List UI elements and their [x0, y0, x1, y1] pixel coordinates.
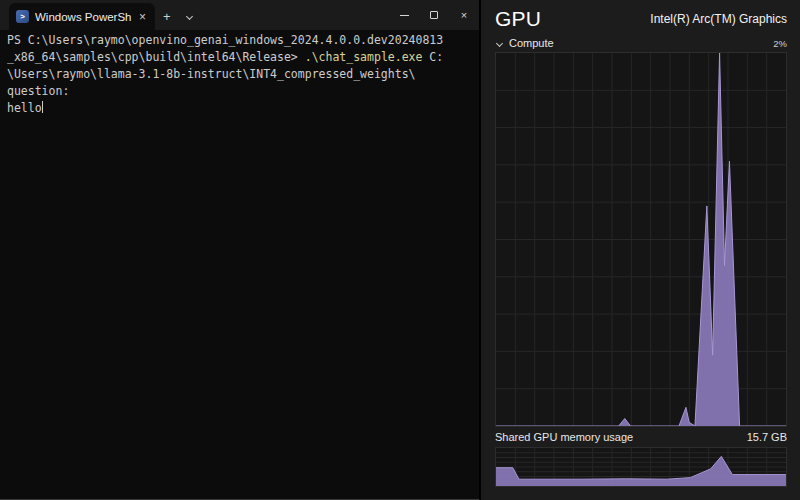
- text-cursor: [42, 101, 44, 113]
- gpu-panel: GPU Intel(R) Arc(TM) Graphics Compute 2%…: [481, 0, 800, 500]
- terminal-window: > Windows PowerShell × + × PS C:\Users\r…: [0, 0, 479, 500]
- tab-windows-powershell[interactable]: > Windows PowerShell ×: [9, 3, 155, 30]
- memory-label: Shared GPU memory usage: [495, 431, 633, 443]
- close-button[interactable]: ×: [449, 0, 479, 30]
- terminal-titlebar: > Windows PowerShell × + ×: [0, 0, 479, 30]
- compute-section-header[interactable]: Compute 2%: [495, 36, 787, 50]
- gpu-header: GPU Intel(R) Arc(TM) Graphics: [495, 4, 787, 34]
- terminal-line: PS C:\Users\raymo\openvino_genai_windows…: [7, 32, 479, 49]
- window-controls: ×: [389, 0, 479, 30]
- memory-row: Shared GPU memory usage 15.7 GB: [495, 427, 787, 447]
- chevron-down-icon: [186, 13, 193, 20]
- chevron-down-icon: [496, 39, 503, 46]
- minimize-button[interactable]: [389, 0, 419, 30]
- terminal-line: _x86_64\samples\cpp\build\intel64\Releas…: [7, 49, 479, 66]
- screen: > Windows PowerShell × + × PS C:\Users\r…: [0, 0, 800, 500]
- page-title: GPU: [495, 7, 541, 31]
- maximize-icon: [430, 11, 438, 19]
- terminal-line: hello: [7, 100, 479, 117]
- powershell-icon: >: [16, 10, 29, 23]
- terminal-output[interactable]: PS C:\Users\raymo\openvino_genai_windows…: [0, 30, 479, 499]
- tab-title: Windows PowerShell: [35, 11, 131, 23]
- utilization-value: 2%: [773, 38, 787, 49]
- gpu-device-name: Intel(R) Arc(TM) Graphics: [650, 12, 787, 26]
- memory-total-value: 15.7 GB: [747, 431, 787, 443]
- new-tab-button[interactable]: +: [155, 3, 179, 30]
- maximize-button[interactable]: [419, 0, 449, 30]
- terminal-line: \Users\raymo\llama-3.1-8b-instruct\INT4_…: [7, 66, 479, 83]
- compute-chart: [495, 52, 787, 427]
- section-label: Compute: [509, 37, 554, 49]
- memory-chart: [495, 447, 787, 487]
- minimize-icon: [400, 15, 409, 16]
- terminal-line: question:: [7, 83, 479, 100]
- tab-dropdown-button[interactable]: [179, 3, 200, 30]
- tab-close-icon[interactable]: ×: [137, 11, 148, 23]
